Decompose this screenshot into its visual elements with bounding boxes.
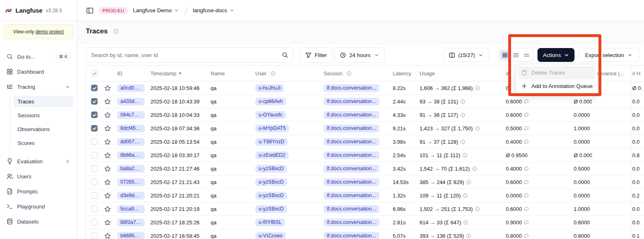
user-id-badge[interactable]: u-OYauofc [255,111,286,119]
column-header-timestamp[interactable]: Timestamp▼ [148,66,208,81]
user-id-badge[interactable]: u-huJhuJi [255,84,284,92]
table-row[interactable]: dd05753...2025-02-18 05:13:54qau-T98YnzD… [86,135,644,149]
trace-id-badge[interactable]: ba8a208f... [117,165,145,173]
user-id-badge[interactable]: u-yzSBxcD [255,165,287,173]
sidebar-item-playground[interactable]: Playground [3,200,74,213]
trace-id-badge[interactable]: 07265c7a... [117,178,145,186]
session-id-badge[interactable]: lf.docs.conversation... [324,232,379,239]
sidebar-item-prompts[interactable]: Prompts [3,185,74,197]
actions-button[interactable]: Actions [537,48,574,62]
environment-badge[interactable]: PROD-EU [98,7,128,14]
table-row[interactable]: 5cca9cf2...2025-02-17 21:20:19qau-yzSBxc… [86,202,644,216]
session-id-badge[interactable]: lf.docs.conversation... [324,192,379,200]
org-selector[interactable]: Langfuse Demo [133,7,179,13]
user-id-badge[interactable]: u-yzSBxcD [255,192,287,200]
time-range-button[interactable]: 24 hours [334,47,385,63]
trace-id-badge[interactable]: d3e9d1f2... [117,192,145,200]
trace-id-badge[interactable]: a0cd0d9... [117,84,145,92]
column-header-session[interactable]: Session [321,66,390,81]
user-id-badge[interactable]: u-yzSBxcD [255,205,287,213]
column-header-bookmark[interactable] [102,66,114,81]
row-checkbox[interactable] [91,192,98,199]
row-checkbox[interactable] [91,152,98,158]
star-icon[interactable] [104,219,111,226]
session-id-badge[interactable]: lf.docs.conversation... [324,98,379,105]
table-row[interactable]: 084c739...2025-02-18 10:04:33qau-OYauofc… [86,108,644,122]
row-height-large-button[interactable] [521,50,532,60]
column-header-relevance[interactable]: relevance (... [592,66,631,81]
row-checkbox[interactable] [91,125,98,132]
row-checkbox[interactable] [91,138,98,145]
trace-id-badge[interactable]: a433de51... [117,98,145,105]
row-checkbox[interactable] [91,206,98,212]
search-icon[interactable] [282,52,293,58]
demo-project-link[interactable]: demo project [35,29,63,35]
menu-item-delete-traces[interactable]: Delete Traces [518,66,595,79]
star-icon[interactable] [104,112,111,118]
column-header-extra[interactable]: # H [631,66,644,81]
column-header-latency[interactable]: Latency [390,66,417,81]
session-id-badge[interactable]: lf.docs.conversation... [324,138,379,146]
session-id-badge[interactable]: lf.docs.conversation... [324,84,379,92]
row-checkbox[interactable] [91,165,98,172]
menu-item-add-to-annotation-queue[interactable]: Add to Annotation Queue [518,79,595,93]
trace-id-badge[interactable]: 8b66a34... [117,151,145,159]
select-all-checkbox[interactable] [91,70,98,77]
search-input[interactable] [86,52,282,58]
row-checkbox[interactable] [91,112,98,118]
sidebar-item-evaluation[interactable]: Evaluation [3,155,74,167]
star-icon[interactable] [104,152,111,159]
trace-id-badge[interactable]: 5cca9cf2... [117,205,145,213]
sidebar-item-datasets[interactable]: Datasets [3,215,74,228]
trace-id-badge[interactable]: 88f2a7b0... [117,219,145,226]
session-id-badge[interactable]: lf.docs.conversation... [324,219,379,226]
table-row[interactable]: 88f2a7b0...2025-02-17 18:25:26qau-f0YfBS… [86,216,644,229]
star-icon[interactable] [104,232,111,239]
session-id-badge[interactable]: lf.docs.conversation... [324,151,379,159]
column-header-usage[interactable]: Usage [417,66,502,81]
star-icon[interactable] [104,98,111,105]
star-icon[interactable] [104,138,111,145]
user-id-badge[interactable]: u-f0YfBSL [255,219,285,226]
session-id-badge[interactable]: lf.docs.conversation... [324,178,379,186]
table-row[interactable]: d3e9d1f2...2025-02-17 21:20:21qau-yzSBxc… [86,189,644,202]
export-selection-button[interactable]: Export selection [578,48,640,62]
user-id-badge[interactable]: u-T98YnzD [255,138,287,146]
sidebar-item-users[interactable]: Users [3,170,74,182]
user-id-badge[interactable]: u-VIZzvwo [255,232,286,239]
star-icon[interactable] [104,125,111,132]
table-row[interactable]: b669529...2025-02-17 16:58:45qau-VIZzvwo… [86,229,644,239]
filter-button[interactable]: Filter [300,47,333,63]
row-checkbox[interactable] [91,98,98,105]
trace-id-badge[interactable]: 8dcf4574... [117,125,145,132]
trace-id-badge[interactable]: 084c739... [117,111,145,119]
sidebar-item-observations[interactable]: Observations [13,123,74,135]
project-selector[interactable]: langfuse-docs [193,7,235,13]
row-checkbox[interactable] [91,219,98,226]
user-id-badge[interactable]: u-MYpDAT5 [255,125,289,132]
table-row[interactable]: ba8a208f...2025-02-17 21:27:46qau-yzSBxc… [86,162,644,175]
column-header-name[interactable]: Name [208,66,253,81]
sidebar-item-sessions[interactable]: Sessions [13,110,74,121]
star-icon[interactable] [104,165,111,172]
star-icon[interactable] [104,179,111,186]
star-icon[interactable] [104,85,111,92]
sidebar-item-scores[interactable]: Scores [13,137,74,149]
table-row[interactable]: 8dcf4574...2025-02-18 07:34:36qau-MYpDAT… [86,122,644,135]
row-checkbox[interactable] [91,179,98,185]
row-height-medium-button[interactable] [511,50,521,60]
column-header-id[interactable]: ID [114,66,148,81]
table-row[interactable]: a433de51...2025-02-18 10:43:39qau-cp66Av… [86,95,644,108]
sidebar-item-goto[interactable]: Go to...⌘ K [3,50,74,63]
column-visibility-button[interactable]: (15/27) [443,48,489,62]
session-id-badge[interactable]: lf.docs.conversation... [324,111,379,119]
row-checkbox[interactable] [91,232,98,239]
session-id-badge[interactable]: lf.docs.conversation... [324,165,379,173]
trace-id-badge[interactable]: b669529... [117,232,145,239]
sidebar-item-dashboard[interactable]: Dashboard [3,66,74,78]
table-row[interactable]: 07265c7a...2025-02-17 21:21:43qau-yzSBxc… [86,175,644,189]
row-height-small-button[interactable] [500,50,510,60]
trace-id-badge[interactable]: dd05753... [117,138,145,146]
row-checkbox[interactable] [91,85,98,91]
column-header-user[interactable]: User [253,66,321,81]
